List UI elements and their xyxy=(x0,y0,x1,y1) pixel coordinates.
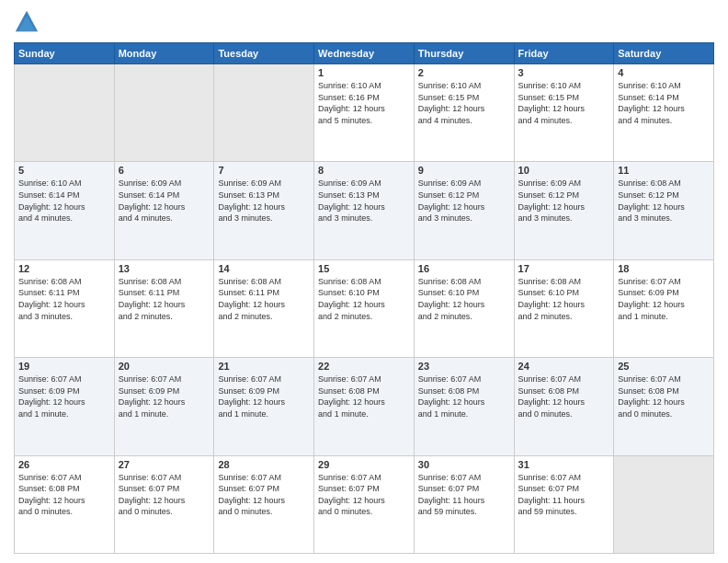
calendar-cell: 3Sunrise: 6:10 AM Sunset: 6:15 PM Daylig… xyxy=(514,64,614,162)
day-info: Sunrise: 6:08 AM Sunset: 6:11 PM Dayligh… xyxy=(18,276,110,322)
day-number: 30 xyxy=(418,459,510,470)
calendar-header-thursday: Thursday xyxy=(414,43,514,64)
day-info: Sunrise: 6:07 AM Sunset: 6:09 PM Dayligh… xyxy=(18,373,110,419)
day-info: Sunrise: 6:10 AM Sunset: 6:15 PM Dayligh… xyxy=(418,80,510,126)
day-info: Sunrise: 6:07 AM Sunset: 6:08 PM Dayligh… xyxy=(318,373,410,419)
day-number: 14 xyxy=(218,263,310,274)
day-number: 16 xyxy=(418,263,510,274)
calendar-week-3: 12Sunrise: 6:08 AM Sunset: 6:11 PM Dayli… xyxy=(15,259,714,357)
calendar-cell xyxy=(15,64,115,162)
day-number: 21 xyxy=(218,361,310,372)
day-number: 3 xyxy=(518,67,610,78)
day-info: Sunrise: 6:08 AM Sunset: 6:10 PM Dayligh… xyxy=(418,276,510,322)
day-number: 1 xyxy=(318,67,410,78)
calendar-page: SundayMondayTuesdayWednesdayThursdayFrid… xyxy=(0,0,728,563)
logo-icon xyxy=(14,9,40,35)
day-info: Sunrise: 6:07 AM Sunset: 6:07 PM Dayligh… xyxy=(318,472,410,518)
calendar-cell: 13Sunrise: 6:08 AM Sunset: 6:11 PM Dayli… xyxy=(114,259,214,357)
calendar-cell: 26Sunrise: 6:07 AM Sunset: 6:08 PM Dayli… xyxy=(15,455,115,553)
header xyxy=(14,9,714,35)
day-info: Sunrise: 6:10 AM Sunset: 6:16 PM Dayligh… xyxy=(318,80,410,126)
calendar-cell: 27Sunrise: 6:07 AM Sunset: 6:07 PM Dayli… xyxy=(114,455,214,553)
day-info: Sunrise: 6:07 AM Sunset: 6:08 PM Dayligh… xyxy=(418,373,510,419)
day-number: 11 xyxy=(618,165,710,176)
day-number: 24 xyxy=(518,361,610,372)
day-info: Sunrise: 6:09 AM Sunset: 6:13 PM Dayligh… xyxy=(218,178,310,224)
day-number: 25 xyxy=(618,361,710,372)
day-number: 12 xyxy=(18,263,110,274)
calendar-cell: 22Sunrise: 6:07 AM Sunset: 6:08 PM Dayli… xyxy=(314,358,415,455)
calendar-cell: 7Sunrise: 6:09 AM Sunset: 6:13 PM Daylig… xyxy=(214,162,314,259)
calendar-header-wednesday: Wednesday xyxy=(314,43,415,64)
calendar-cell xyxy=(114,64,214,162)
calendar-cell: 23Sunrise: 6:07 AM Sunset: 6:08 PM Dayli… xyxy=(414,358,514,455)
calendar-week-1: 1Sunrise: 6:10 AM Sunset: 6:16 PM Daylig… xyxy=(15,64,714,162)
day-number: 26 xyxy=(18,459,110,470)
day-info: Sunrise: 6:08 AM Sunset: 6:11 PM Dayligh… xyxy=(119,276,210,322)
calendar-cell: 21Sunrise: 6:07 AM Sunset: 6:09 PM Dayli… xyxy=(214,358,314,455)
day-info: Sunrise: 6:07 AM Sunset: 6:07 PM Dayligh… xyxy=(218,472,310,518)
calendar-cell: 25Sunrise: 6:07 AM Sunset: 6:08 PM Dayli… xyxy=(614,358,714,455)
calendar-cell xyxy=(614,455,714,553)
day-number: 28 xyxy=(218,459,310,470)
calendar-header-row: SundayMondayTuesdayWednesdayThursdayFrid… xyxy=(15,43,714,64)
calendar-cell: 20Sunrise: 6:07 AM Sunset: 6:09 PM Dayli… xyxy=(114,358,214,455)
calendar-cell: 15Sunrise: 6:08 AM Sunset: 6:10 PM Dayli… xyxy=(314,259,415,357)
day-number: 8 xyxy=(318,165,410,176)
day-info: Sunrise: 6:07 AM Sunset: 6:07 PM Dayligh… xyxy=(518,472,610,518)
calendar-cell: 10Sunrise: 6:09 AM Sunset: 6:12 PM Dayli… xyxy=(514,162,614,259)
day-info: Sunrise: 6:07 AM Sunset: 6:08 PM Dayligh… xyxy=(618,373,710,419)
calendar-cell: 6Sunrise: 6:09 AM Sunset: 6:14 PM Daylig… xyxy=(114,162,214,259)
calendar-cell: 24Sunrise: 6:07 AM Sunset: 6:08 PM Dayli… xyxy=(514,358,614,455)
calendar-cell: 11Sunrise: 6:08 AM Sunset: 6:12 PM Dayli… xyxy=(614,162,714,259)
day-number: 2 xyxy=(418,67,510,78)
day-info: Sunrise: 6:07 AM Sunset: 6:07 PM Dayligh… xyxy=(119,472,210,518)
calendar-cell: 19Sunrise: 6:07 AM Sunset: 6:09 PM Dayli… xyxy=(15,358,115,455)
day-info: Sunrise: 6:07 AM Sunset: 6:07 PM Dayligh… xyxy=(418,472,510,518)
calendar-cell: 17Sunrise: 6:08 AM Sunset: 6:10 PM Dayli… xyxy=(514,259,614,357)
calendar-cell xyxy=(214,64,314,162)
calendar-header-monday: Monday xyxy=(114,43,214,64)
day-number: 4 xyxy=(618,67,710,78)
day-info: Sunrise: 6:07 AM Sunset: 6:08 PM Dayligh… xyxy=(18,472,110,518)
day-info: Sunrise: 6:10 AM Sunset: 6:15 PM Dayligh… xyxy=(518,80,610,126)
day-info: Sunrise: 6:10 AM Sunset: 6:14 PM Dayligh… xyxy=(18,178,110,224)
calendar-header-saturday: Saturday xyxy=(614,43,714,64)
day-info: Sunrise: 6:07 AM Sunset: 6:08 PM Dayligh… xyxy=(518,373,610,419)
calendar-header-sunday: Sunday xyxy=(15,43,115,64)
calendar-cell: 29Sunrise: 6:07 AM Sunset: 6:07 PM Dayli… xyxy=(314,455,415,553)
calendar-week-4: 19Sunrise: 6:07 AM Sunset: 6:09 PM Dayli… xyxy=(15,358,714,455)
day-number: 10 xyxy=(518,165,610,176)
calendar-cell: 1Sunrise: 6:10 AM Sunset: 6:16 PM Daylig… xyxy=(314,64,415,162)
calendar-cell: 31Sunrise: 6:07 AM Sunset: 6:07 PM Dayli… xyxy=(514,455,614,553)
day-info: Sunrise: 6:08 AM Sunset: 6:11 PM Dayligh… xyxy=(218,276,310,322)
day-number: 7 xyxy=(218,165,310,176)
calendar-week-2: 5Sunrise: 6:10 AM Sunset: 6:14 PM Daylig… xyxy=(15,162,714,259)
calendar-cell: 12Sunrise: 6:08 AM Sunset: 6:11 PM Dayli… xyxy=(15,259,115,357)
day-info: Sunrise: 6:07 AM Sunset: 6:09 PM Dayligh… xyxy=(218,373,310,419)
day-number: 29 xyxy=(318,459,410,470)
day-info: Sunrise: 6:09 AM Sunset: 6:12 PM Dayligh… xyxy=(518,178,610,224)
day-number: 18 xyxy=(618,263,710,274)
calendar-cell: 4Sunrise: 6:10 AM Sunset: 6:14 PM Daylig… xyxy=(614,64,714,162)
day-info: Sunrise: 6:08 AM Sunset: 6:10 PM Dayligh… xyxy=(318,276,410,322)
logo xyxy=(14,9,43,35)
day-number: 31 xyxy=(518,459,610,470)
day-info: Sunrise: 6:08 AM Sunset: 6:10 PM Dayligh… xyxy=(518,276,610,322)
day-number: 19 xyxy=(18,361,110,372)
calendar-cell: 18Sunrise: 6:07 AM Sunset: 6:09 PM Dayli… xyxy=(614,259,714,357)
calendar-cell: 30Sunrise: 6:07 AM Sunset: 6:07 PM Dayli… xyxy=(414,455,514,553)
day-info: Sunrise: 6:08 AM Sunset: 6:12 PM Dayligh… xyxy=(618,178,710,224)
calendar-cell: 2Sunrise: 6:10 AM Sunset: 6:15 PM Daylig… xyxy=(414,64,514,162)
calendar-cell: 14Sunrise: 6:08 AM Sunset: 6:11 PM Dayli… xyxy=(214,259,314,357)
day-number: 13 xyxy=(119,263,210,274)
calendar-header-tuesday: Tuesday xyxy=(214,43,314,64)
calendar-cell: 28Sunrise: 6:07 AM Sunset: 6:07 PM Dayli… xyxy=(214,455,314,553)
calendar-cell: 16Sunrise: 6:08 AM Sunset: 6:10 PM Dayli… xyxy=(414,259,514,357)
calendar-week-5: 26Sunrise: 6:07 AM Sunset: 6:08 PM Dayli… xyxy=(15,455,714,553)
day-info: Sunrise: 6:07 AM Sunset: 6:09 PM Dayligh… xyxy=(618,276,710,322)
day-number: 15 xyxy=(318,263,410,274)
day-number: 5 xyxy=(18,165,110,176)
day-info: Sunrise: 6:09 AM Sunset: 6:13 PM Dayligh… xyxy=(318,178,410,224)
calendar-cell: 9Sunrise: 6:09 AM Sunset: 6:12 PM Daylig… xyxy=(414,162,514,259)
